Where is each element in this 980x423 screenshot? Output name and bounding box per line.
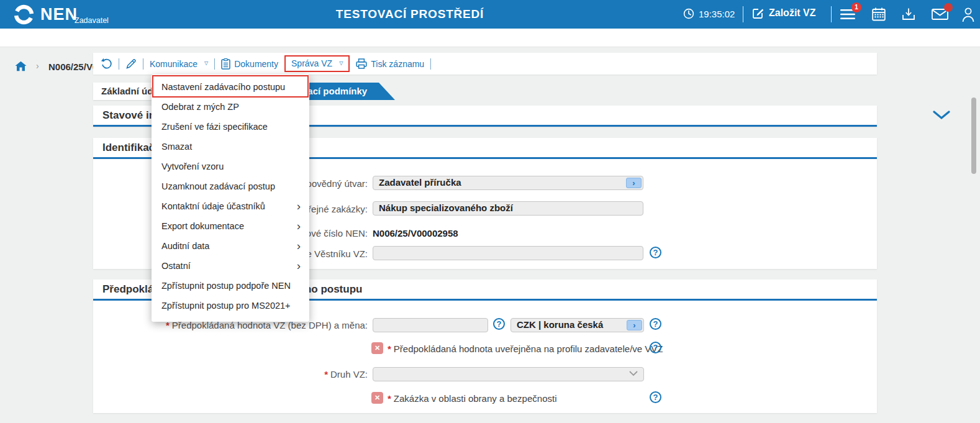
menu-item-label: Smazat bbox=[161, 142, 192, 152]
help-icon[interactable] bbox=[650, 247, 661, 258]
toolbar-tisk-zaznamu-label: Tisk záznamu bbox=[371, 59, 424, 69]
home-button[interactable] bbox=[15, 61, 27, 71]
label-druh-vz: *Druh VZ: bbox=[186, 369, 368, 380]
toolbar-dokumenty-label: Dokumenty bbox=[234, 59, 278, 69]
help-icon[interactable] bbox=[493, 318, 505, 330]
label-hodnota-uverejnena: *Předpokládaná hodnota uveřejněna na pro… bbox=[388, 343, 663, 354]
menu-item-label: Kontaktní údaje účastníků bbox=[161, 201, 265, 211]
menu-item-vytvoreni-vzoru[interactable]: Vytvoření vzoru bbox=[152, 157, 309, 176]
select-chevron-icon bbox=[629, 371, 638, 376]
help-icon[interactable] bbox=[650, 342, 661, 353]
menu-item-smazat[interactable]: Smazat bbox=[152, 137, 309, 157]
error-cross-icon bbox=[371, 342, 383, 354]
printer-icon bbox=[356, 58, 367, 69]
menu-item-nastaveni-zadavaciho-postupu[interactable]: Nastavení zadávacího postupu bbox=[152, 77, 309, 97]
toolbar-divider bbox=[430, 58, 431, 70]
menu-item-label: Export dokumentace bbox=[161, 221, 244, 231]
label-druh-vz-text: Druh VZ: bbox=[330, 369, 368, 380]
toolbar-sprava-vz[interactable]: Správa VZ bbox=[284, 55, 350, 72]
menu-item-label: Nastavení zadávacího postupu bbox=[161, 82, 285, 92]
user-profile-button[interactable] bbox=[961, 7, 975, 22]
menu-item-zpristupnit-postup-podpore-nen[interactable]: Zpřístupnit postup podpoře NEN bbox=[152, 276, 309, 296]
toolbar-divider bbox=[119, 58, 119, 70]
download-icon bbox=[902, 7, 915, 21]
toolbar-sprava-vz-label: Správa VZ bbox=[291, 58, 332, 68]
menu-item-auditni-data[interactable]: Auditní data bbox=[152, 236, 309, 256]
menu-item-label: Uzamknout zadávací postup bbox=[161, 181, 275, 191]
create-vz-button[interactable]: Založit VZ bbox=[752, 7, 816, 19]
nen-logo-icon bbox=[12, 3, 35, 26]
toolbar-divider bbox=[143, 58, 143, 70]
field-predpokladana-hodnota[interactable] bbox=[373, 318, 488, 332]
user-icon bbox=[961, 7, 975, 22]
edit-record-button[interactable] bbox=[125, 58, 137, 70]
app-header: NEN Zadavatel TESTOVACÍ PROSTŘEDÍ 19:35:… bbox=[0, 0, 980, 29]
scrollbar-thumb[interactable] bbox=[971, 98, 976, 174]
help-icon[interactable] bbox=[650, 391, 661, 403]
required-marker: * bbox=[388, 393, 391, 404]
help-icon[interactable] bbox=[650, 318, 661, 330]
clock-time: 19:35:02 bbox=[699, 9, 735, 19]
brand-text: NEN bbox=[40, 3, 78, 26]
toolbar-divider bbox=[214, 58, 215, 70]
refresh-button[interactable] bbox=[101, 58, 112, 70]
field-odpovedny-utvar-value: Zadavatel příručka bbox=[379, 177, 461, 188]
toolbar-komunikace[interactable]: Komunikace bbox=[150, 59, 208, 69]
menu-item-label: Zrušení ve fázi specifikace bbox=[161, 122, 268, 132]
clock: 19:35:02 bbox=[683, 8, 735, 19]
field-nazev-value: Nákup specializovaného zboží bbox=[379, 202, 513, 213]
menu-item-label: Vytvoření vzoru bbox=[161, 161, 224, 171]
menu-item-label: Zpřístupnit postup pro MS2021+ bbox=[161, 301, 291, 311]
menu-item-odebrat-z-mych-zp[interactable]: Odebrat z mých ZP bbox=[152, 97, 309, 117]
header-divider bbox=[743, 6, 743, 22]
menu-item-kontaktni-udaje-ucastniku[interactable]: Kontaktní údaje účastníků bbox=[152, 196, 309, 216]
field-mena[interactable]: CZK | koruna česká bbox=[510, 318, 644, 332]
field-nazev-verejne-zakazky[interactable]: Nákup specializovaného zboží bbox=[373, 201, 643, 216]
open-picker-button[interactable] bbox=[627, 320, 642, 330]
menu-item-zruseni-ve-fazi-specifikace[interactable]: Zrušení ve fázi specifikace bbox=[152, 117, 309, 137]
toolbar-komunikace-label: Komunikace bbox=[150, 59, 197, 69]
brand-subtitle: Zadavatel bbox=[75, 16, 109, 25]
download-button[interactable] bbox=[902, 7, 915, 21]
edit-square-icon bbox=[752, 7, 764, 19]
menu-notification-badge: 1 bbox=[851, 2, 861, 12]
menu-item-zpristupnit-postup-pro-ms2021[interactable]: Zpřístupnit postup pro MS2021+ bbox=[152, 296, 309, 316]
sprava-vz-dropdown-menu: Nastavení zadávacího postupu Odebrat z m… bbox=[152, 75, 309, 322]
label-zakazka-obrana-text: Zakázka v oblasti obrany a bezpečnosti bbox=[394, 393, 557, 404]
select-druh-vz[interactable] bbox=[373, 367, 644, 381]
menu-item-label: Odebrat z mých ZP bbox=[161, 102, 239, 112]
open-picker-button[interactable] bbox=[626, 178, 642, 188]
field-vestnik-vz[interactable] bbox=[373, 246, 643, 260]
menu-item-export-dokumentace[interactable]: Export dokumentace bbox=[152, 216, 309, 236]
menu-item-uzamknout-zadavaci-postup[interactable]: Uzamknout zadávací postup bbox=[152, 176, 309, 196]
create-vz-label: Založit VZ bbox=[769, 7, 816, 19]
menu-item-label: Ostatní bbox=[161, 261, 191, 271]
menu-item-label: Auditní data bbox=[161, 241, 209, 251]
clipboard-icon bbox=[221, 58, 230, 70]
calendar-button[interactable] bbox=[872, 7, 886, 21]
nen-logo[interactable]: NEN bbox=[12, 3, 78, 26]
application-window: NEN Zadavatel TESTOVACÍ PROSTŘEDÍ 19:35:… bbox=[0, 0, 980, 423]
field-mena-value: CZK | koruna česká bbox=[517, 319, 603, 330]
required-marker: * bbox=[324, 369, 328, 380]
mail-notification-dot bbox=[944, 3, 953, 12]
menu-item-ostatni[interactable]: Ostatní bbox=[152, 256, 309, 276]
collapse-section-button[interactable] bbox=[933, 111, 950, 120]
refresh-icon bbox=[101, 58, 112, 70]
breadcrumb-separator: › bbox=[36, 61, 39, 71]
error-cross-icon bbox=[371, 392, 383, 404]
required-marker: * bbox=[388, 343, 391, 354]
field-odpovedny-utvar[interactable]: Zadavatel příručka bbox=[373, 176, 643, 190]
toolbar-dokumenty[interactable]: Dokumenty bbox=[221, 58, 278, 70]
breadcrumb: › N006/25/V00002958 - Nákup specializova… bbox=[0, 29, 980, 47]
clock-icon bbox=[683, 8, 694, 19]
value-cislo-nen: N006/25/V00002958 bbox=[373, 228, 458, 239]
toolbar-tisk-zaznamu[interactable]: Tisk záznamu bbox=[356, 58, 424, 69]
calendar-icon bbox=[872, 7, 886, 21]
environment-title: TESTOVACÍ PROSTŘEDÍ bbox=[332, 7, 488, 21]
pencil-icon bbox=[125, 58, 137, 70]
home-icon bbox=[15, 61, 27, 71]
record-toolbar: Komunikace Dokumenty Správa VZ Tisk zázn… bbox=[93, 53, 877, 75]
header-divider bbox=[831, 6, 832, 22]
label-zakazka-obrana: *Zakázka v oblasti obrany a bezpečnosti bbox=[388, 393, 557, 404]
